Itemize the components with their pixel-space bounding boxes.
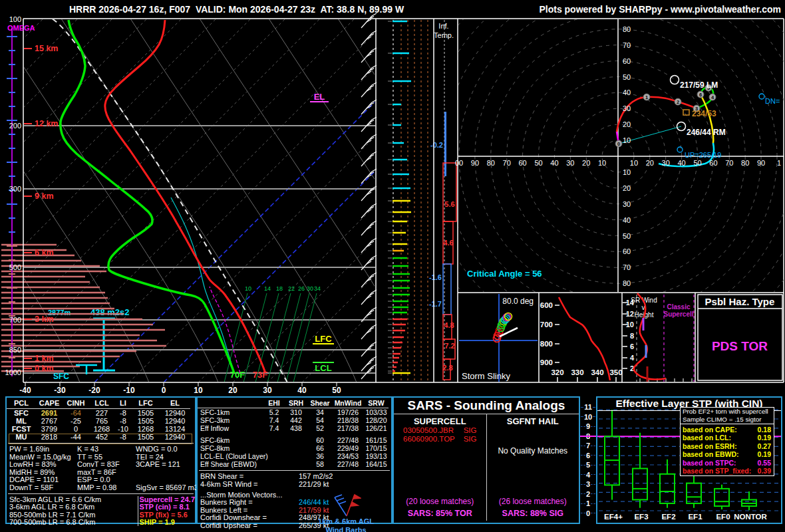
col-el: EL xyxy=(160,399,190,409)
cell: 103/33 xyxy=(364,408,389,416)
composite-indices: Supercell = 24.7 STP (cin) = 8.1 STP (fi… xyxy=(140,496,195,526)
tick-label: 10 xyxy=(623,168,631,176)
parcel-table: PCL CAPE CINH LCL LI LFC EL SFC 2691 -64… xyxy=(7,399,195,441)
wind-barb xyxy=(361,134,377,149)
effective-inflow-bracket xyxy=(93,319,115,370)
stp-box-EF3 xyxy=(633,433,647,508)
cell: 126/21 xyxy=(364,424,389,432)
tick-label: 340 xyxy=(591,368,603,376)
cell: 193/13 xyxy=(364,452,389,460)
plot-shape xyxy=(0,19,218,382)
tick-label: 700 xyxy=(9,316,21,324)
col-shear: Shear xyxy=(308,399,332,408)
tick-label: 30 xyxy=(623,200,631,208)
plot-shape xyxy=(60,19,424,382)
cell: 217/38 xyxy=(332,424,364,432)
theta-e-panel: 600700800900320330340350 xyxy=(540,297,623,382)
lfc-label: LFC xyxy=(315,334,332,344)
row-label: Eff Inflow xyxy=(198,424,264,432)
col-ehi: EHI xyxy=(264,399,284,408)
plot-shape xyxy=(198,19,562,382)
cell: 2767 xyxy=(36,417,63,425)
stp-distribution-panel: Effective Layer STP (with CIN) EF4+EF3EF… xyxy=(596,396,782,524)
row-label: SFC-8km xyxy=(198,444,264,452)
sars-match: 03050500.JBRSIG xyxy=(394,426,486,435)
stat: ESP = 0.0 xyxy=(77,476,136,484)
prob-row: based on EBWD:0.19 xyxy=(681,450,774,458)
stp-box-EF2 xyxy=(660,460,675,508)
plot-shape xyxy=(255,293,279,382)
cell: 36 xyxy=(308,452,332,460)
plot-shape xyxy=(129,19,493,382)
tick-label: 60 xyxy=(709,159,717,167)
tick-label: 12 km xyxy=(35,119,58,128)
tick-label: 40 xyxy=(297,386,307,395)
inferred-temp-advection-column: -0.25.64.6-1.6-1.74.87.22.8 xyxy=(429,20,456,381)
tick-label: 70 xyxy=(725,159,733,167)
label: 4-6km SR Wind = xyxy=(200,481,299,489)
storm-slinky-panel: 80.0 deg Storm Slinky xyxy=(459,294,538,382)
tick-label: 850 xyxy=(9,346,21,354)
cell: 229/49 xyxy=(332,444,364,452)
tick-label: 100 xyxy=(9,15,21,23)
plot-shape xyxy=(0,19,216,382)
tick-label: 80 xyxy=(623,25,631,33)
stat: WNDG = 0.0 xyxy=(136,446,196,454)
tick-label: 10 xyxy=(598,159,606,167)
plot-shape xyxy=(61,19,287,382)
row-label: Eff Shear (EBWD) xyxy=(198,460,264,468)
prob-header-1: Prob EF2+ torn with supercell xyxy=(681,408,774,416)
tick-label: 34 xyxy=(314,285,321,292)
bunkers-right-label: 246/44 RM xyxy=(687,128,726,137)
critical-angle-label: Critical Angle = 56 xyxy=(467,269,542,279)
cell: 438 xyxy=(284,424,308,432)
tick-label: -20 xyxy=(88,386,100,395)
classic-supercell-label-2: Supercell xyxy=(663,311,693,318)
stp-axis-label: 9 xyxy=(580,422,596,430)
sharppy-sounding-page: { "header": { "left": "HRRR 2026-04-27 1… xyxy=(0,0,785,532)
cell: 170/15 xyxy=(364,444,389,452)
tick-label: 40 xyxy=(623,88,631,96)
stp-box-NONTOR xyxy=(742,491,756,510)
stat: K = 43 xyxy=(77,446,136,454)
cell: 452 xyxy=(89,433,114,441)
tick-label: 3 km xyxy=(35,315,54,324)
tick-label: 9 km xyxy=(35,192,54,201)
cell: 1268 xyxy=(89,425,114,433)
cell xyxy=(264,452,284,460)
sr-wind-panel: 1412108642 SR Wind v. Height Classic Sup… xyxy=(623,293,694,382)
wind-barb xyxy=(361,13,377,28)
tick-label: 14 xyxy=(264,285,271,292)
classic-supercell-label-1: Classic xyxy=(667,303,690,311)
wind-barb xyxy=(361,325,377,339)
cell: 227/48 xyxy=(332,460,364,468)
wind-barb xyxy=(361,203,377,218)
tick-label: 320 xyxy=(551,368,563,376)
mean-wind-label: 234/53 xyxy=(692,109,716,118)
stp-axis-label: 0 xyxy=(580,509,596,517)
plot-shape xyxy=(380,0,785,395)
mixing-ratio-labels: 10141822263034 xyxy=(245,285,321,292)
tick-label: 30 xyxy=(263,386,272,395)
tick-label: 6 km xyxy=(35,248,54,257)
plot-shape xyxy=(224,293,247,382)
row-sfc: SFC xyxy=(7,409,36,417)
cell: -44 xyxy=(63,433,89,441)
tick-label: 20 xyxy=(623,184,631,192)
prob-row: based on STP_fixed:0.39 xyxy=(681,467,774,475)
tick-label: 22 xyxy=(288,285,295,292)
inf-temp-title-1: Inf. xyxy=(438,22,448,30)
plot-shape xyxy=(0,19,147,382)
cell: 164/15 xyxy=(364,460,389,468)
tick-label: 0 xyxy=(162,386,166,395)
label: Bunkers Right = xyxy=(200,499,299,507)
tick-label: 18 xyxy=(276,285,283,292)
tick-label: 200 xyxy=(9,122,21,130)
cell: 1505 xyxy=(132,409,160,417)
value: 157 m2/s2 xyxy=(299,473,385,481)
cell: -64 xyxy=(63,409,89,417)
tick-label: 80 xyxy=(741,159,749,167)
lapse-rates: Sfc-3km AGL LR = 6.6 C/km 3-6km AGL LR =… xyxy=(7,496,136,526)
cell: 12940 xyxy=(160,409,190,417)
col-pcl: PCL xyxy=(7,399,36,409)
